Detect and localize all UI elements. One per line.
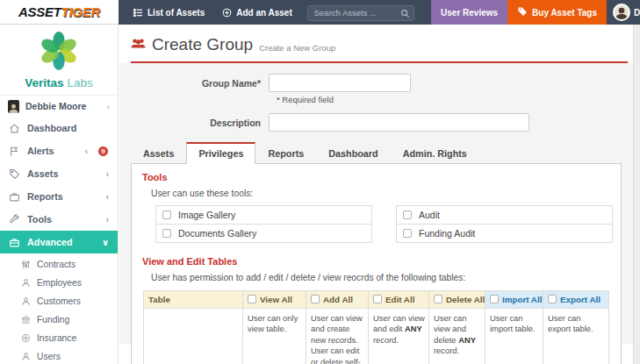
topbar-spacer (414, 0, 431, 25)
list-of-assets-button[interactable]: List of Assets (126, 0, 212, 25)
export-all-checkbox[interactable] (548, 295, 557, 303)
user-reviews-label: User Reviews (441, 8, 498, 18)
chevron-left-icon: ‹ (106, 215, 109, 225)
documents-gallery-row: Documents Gallery (155, 224, 372, 243)
sliders-icon (21, 260, 31, 269)
advanced-submenu: Contracts Employees Customers Funding In… (0, 253, 118, 364)
group-name-label: Group Name* (119, 78, 269, 89)
search-input[interactable] (307, 5, 414, 21)
sidebar-item-reports[interactable]: Reports ‹ (0, 185, 118, 208)
sidebar-item-employees[interactable]: Employees (0, 274, 118, 292)
list-of-assets-label: List of Assets (147, 8, 205, 18)
page-header: Create Group Create a New Group (119, 25, 640, 61)
page-subtitle: Create a New Group (259, 43, 335, 53)
tab-assets[interactable]: Assets (131, 143, 186, 163)
search-icon[interactable] (400, 6, 410, 22)
company-name: Veritas Labs (0, 76, 118, 89)
sidebar-item-contracts[interactable]: Contracts (0, 255, 118, 274)
documents-gallery-checkbox[interactable] (162, 229, 171, 238)
briefcase-icon (9, 237, 20, 248)
tools-right-column: Audit Funding Audit (396, 206, 613, 243)
tools-heading: Tools (142, 172, 613, 182)
user-reviews-button[interactable]: User Reviews (431, 0, 507, 25)
sidebar-item-label: Users (37, 352, 61, 361)
tools-intro: User can use these tools: (151, 189, 613, 198)
wrench-icon (9, 214, 20, 225)
permissions-description-row: User can only view table. User can view … (144, 309, 609, 364)
sidebar-item-label: Insurance (37, 333, 76, 343)
edit-all-checkbox[interactable] (373, 295, 382, 303)
image-gallery-checkbox[interactable] (162, 211, 171, 219)
bank-icon (21, 315, 31, 325)
table-cell-empty (144, 309, 243, 364)
assettiger-logo[interactable]: ASSETTIGER (0, 0, 119, 25)
tools-checkbox-grid: Image Gallery Documents Gallery Audit Fu… (155, 206, 613, 243)
buy-asset-tags-button[interactable]: Buy Asset Tags (507, 0, 607, 25)
privileges-panel: Tools User can use these tools: Image Ga… (131, 163, 622, 364)
sidebar-item-insurance[interactable]: Insurance (0, 329, 118, 347)
sidebar-item-dashboard[interactable]: Dashboard (0, 117, 118, 139)
tab-admin-rights[interactable]: Admin. Rights (391, 143, 479, 163)
import-all-checkbox[interactable] (490, 295, 499, 303)
tag-icon (9, 168, 20, 180)
view-edit-tables-intro: User has permission to add / edit / dele… (151, 273, 613, 282)
sidebar-item-funding[interactable]: Funding (0, 310, 118, 329)
view-edit-tables-heading: View and Edit Tables (142, 256, 613, 267)
image-gallery-label: Image Gallery (178, 210, 235, 220)
alerts-count-badge: 9 (97, 146, 109, 157)
sidebar-item-label: Assets (27, 168, 99, 179)
view-all-checkbox[interactable] (248, 295, 256, 303)
sidebar-item-assets[interactable]: Assets ‹ (0, 162, 118, 185)
col-edit-all: Edit All (369, 291, 429, 309)
col-import-all: Import All (485, 291, 543, 309)
description-input[interactable] (269, 113, 529, 132)
sidebar-item-label: Funding (37, 315, 69, 325)
sidebar-item-advanced[interactable]: Advanced ∨ (0, 231, 118, 253)
edit-all-description: User can view and edit ANY record. (369, 309, 429, 364)
delete-all-description: User can view and delete ANY record. (429, 309, 485, 364)
funding-audit-checkbox[interactable] (403, 229, 412, 238)
user-avatar (613, 4, 630, 21)
vertical-scrollbar[interactable] (633, 25, 640, 364)
sidebar-user-row[interactable]: Debbie Moore ‹ (0, 96, 118, 117)
tag-icon (517, 6, 528, 18)
sidebar-item-label: Customers (37, 296, 81, 306)
export-all-description: User can export table. (543, 309, 609, 364)
view-all-description: User can only view table. (243, 309, 306, 364)
user-account-button[interactable]: D (607, 0, 640, 25)
chevron-left-icon: ‹ (106, 169, 109, 179)
add-all-label: Add All (323, 295, 353, 304)
sidebar-item-users[interactable]: Users (0, 347, 118, 364)
add-an-asset-button[interactable]: Add an Asset (214, 0, 300, 25)
documents-gallery-label: Documents Gallery (178, 228, 256, 239)
sidebar-item-label: Tools (27, 214, 99, 225)
tab-dashboard[interactable]: Dashboard (316, 143, 390, 163)
search-box (307, 4, 414, 21)
add-all-checkbox[interactable] (311, 295, 320, 303)
assettiger-logo-text: ASSETTIGER (18, 4, 100, 19)
audit-checkbox[interactable] (403, 211, 412, 219)
tab-reports[interactable]: Reports (255, 143, 316, 163)
topbar-nav: List of Assets Add an Asset (119, 0, 414, 25)
funding-audit-label: Funding Audit (419, 228, 475, 239)
group-name-input[interactable] (269, 74, 411, 92)
view-all-label: View All (260, 295, 292, 304)
buy-asset-tags-label: Buy Asset Tags (532, 8, 597, 18)
export-all-label: Export All (560, 295, 600, 304)
sidebar-item-tools[interactable]: Tools ‹ (0, 208, 118, 231)
sidebar: Veritas Labs Debbie Moore ‹ Dashboard Al… (0, 25, 119, 364)
briefcase-icon (9, 191, 20, 203)
create-group-icon (131, 37, 146, 54)
list-icon (133, 8, 143, 18)
edit-all-label: Edit All (385, 295, 414, 304)
delete-all-checkbox[interactable] (434, 295, 442, 303)
sidebar-item-label: Alerts (27, 146, 78, 156)
shield-icon (21, 333, 31, 343)
veritas-flower-icon (39, 59, 79, 74)
person-icon (21, 352, 31, 361)
chevron-left-icon: ‹ (85, 146, 88, 156)
sidebar-item-customers[interactable]: Customers (0, 292, 118, 310)
tools-left-column: Image Gallery Documents Gallery (155, 206, 372, 243)
tab-privileges[interactable]: Privileges (186, 142, 255, 164)
sidebar-item-alerts[interactable]: Alerts ‹ 9 (0, 139, 118, 162)
